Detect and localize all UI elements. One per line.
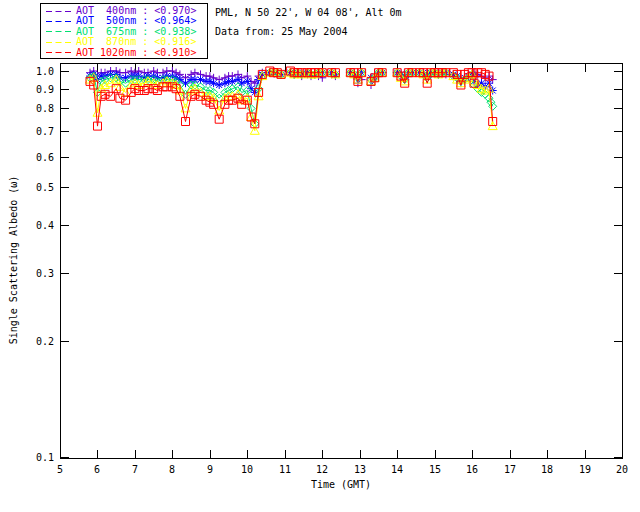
x-tick-label: 5: [57, 464, 63, 475]
x-tick-label: 12: [316, 464, 328, 475]
y-tick-label: 0.3: [36, 268, 54, 279]
y-tick-label: 0.8: [36, 103, 54, 114]
x-axis-title: Time (GMT): [21, 479, 640, 490]
x-tick-label: 10: [241, 464, 253, 475]
legend-dash-500nm: [45, 17, 73, 26]
legend-dash-870nm: [45, 38, 73, 47]
y-tick-label: 1.0: [36, 66, 54, 77]
y-tick-label: 0.1: [36, 452, 54, 463]
x-tick-label: 7: [132, 464, 138, 475]
y-tick-label: 0.7: [36, 126, 54, 137]
x-tick-label: 16: [466, 464, 478, 475]
plot-box: [61, 64, 623, 459]
y-tick-label: 0.5: [36, 182, 54, 193]
y-axis-title: Single Scattering Albedo (ω): [8, 176, 19, 345]
legend-box: AOT 400nm : <0.970> AOT 500nm : <0.964> …: [40, 3, 208, 59]
data-point-aot-500nm: [215, 81, 223, 89]
legend-dash-1020nm: [45, 48, 73, 57]
x-tick-label: 13: [354, 464, 366, 475]
x-tick-label: 19: [579, 464, 591, 475]
legend-label-1020nm: AOT 1020nm : <0.910>: [76, 48, 196, 58]
x-tick-label: 8: [169, 464, 175, 475]
data-point-aot-400nm: [191, 69, 199, 77]
date-header: Data from: 25 May 2004: [215, 26, 347, 37]
x-tick-label: 18: [541, 464, 553, 475]
ssa-plot-screen: 5678910111213141516171819201.00.90.80.70…: [0, 0, 640, 512]
x-tick-label: 15: [429, 464, 441, 475]
legend-dash-675nm: [45, 27, 73, 36]
data-point-aot-500nm: [210, 79, 218, 87]
legend-dash-400nm: [45, 7, 73, 16]
y-tick-label: 0.6: [36, 152, 54, 163]
y-tick-label: 0.2: [36, 336, 54, 347]
data-point-aot-500nm: [243, 77, 251, 85]
x-tick-label: 17: [504, 464, 516, 475]
site-header: PML, N 50 22', W 04 08', Alt 0m: [215, 7, 402, 18]
legend-row-870nm: AOT 870nm : <0.916>: [41, 37, 207, 47]
legend-row-1020nm: AOT 1020nm : <0.910>: [41, 48, 207, 58]
y-tick-label: 0.4: [36, 220, 54, 231]
x-tick-label: 14: [391, 464, 403, 475]
x-tick-label: 9: [207, 464, 213, 475]
x-tick-label: 20: [616, 464, 628, 475]
ssa-chart-canvas: 5678910111213141516171819201.00.90.80.70…: [0, 0, 640, 512]
x-tick-label: 6: [94, 464, 100, 475]
x-tick-label: 11: [279, 464, 291, 475]
y-tick-label: 0.9: [36, 84, 54, 95]
